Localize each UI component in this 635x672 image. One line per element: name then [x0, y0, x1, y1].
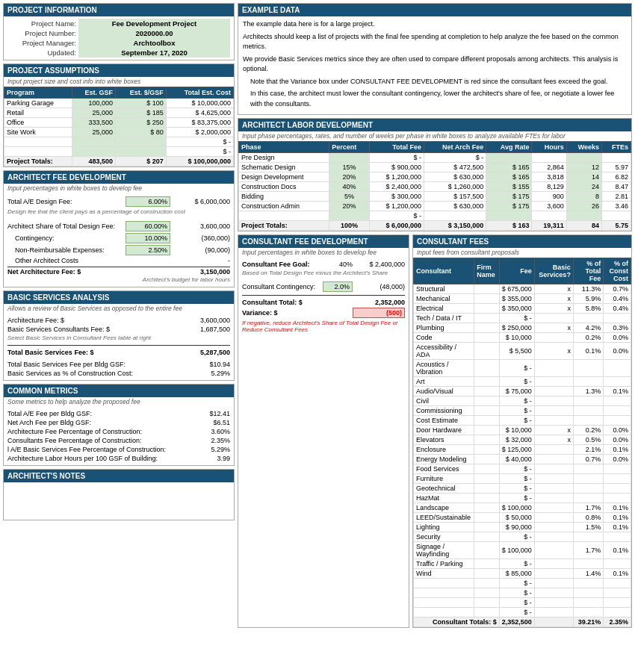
non-reimb-percent-input[interactable]: 2.50% — [126, 245, 170, 255]
architect-labor-subheader: Input phase percentages, rates, and numb… — [238, 131, 631, 141]
consultant-fee-row: Wind$ 85,0001.4%0.1% — [414, 569, 631, 579]
example-paragraph: We provide Basic Services metrics since … — [243, 55, 627, 75]
consultant-fee-row: HazMat$ - — [414, 494, 631, 503]
consultant-fee-dev-section: CONSULTANT FEE DEVELOPMENT Input percent… — [238, 234, 409, 628]
consultant-fee-row: Structural$ 675,000x11.3%0.7% — [414, 284, 631, 294]
example-paragraph: In this case, the architect must lower t… — [243, 89, 627, 109]
consultant-fee-row: Elevators$ 32,000x0.5%0.0% — [414, 435, 631, 445]
assumptions-row: Retail25,000$ 185$ 4,625,000 — [4, 108, 234, 118]
non-reimb-value: (90,000) — [170, 246, 230, 254]
labor-row: $ - — [239, 211, 631, 221]
net-fee-note: Architect's budget for labor hours — [7, 276, 230, 284]
consultant-fee-row: Geotechnical$ - — [414, 484, 631, 494]
architect-labor-body: PhasePercentTotal FeeNet Arch FeeAvg Rat… — [238, 141, 631, 231]
consultant-fee-row: Food Services$ - — [414, 464, 631, 474]
consultant-fee-row: Civil$ - — [414, 396, 631, 406]
labor-table: PhasePercentTotal FeeNet Arch FeeAvg Rat… — [238, 141, 631, 231]
basic-total-value: 5,287,500 — [170, 349, 230, 356]
example-data-header: EXAMPLE DATA — [238, 4, 631, 16]
consultant-fee-row: Furniture$ - — [414, 474, 631, 484]
labor-row: Design Development20%$ 1,200,000$ 630,00… — [239, 172, 631, 182]
example-data-body: The example data here is for a large pro… — [238, 16, 631, 114]
project-information-section: PROJECT INFORMATION Project Name:Fee Dev… — [3, 3, 235, 60]
consultant-fee-row: Accessibility / ADA$ 5,500x0.1%0.0% — [414, 343, 631, 360]
assumptions-row: Parking Garage100,000$ 100$ 10,000,000 — [4, 99, 234, 108]
consultant-fees-subheader: Input fees from consultant proposals — [413, 248, 631, 258]
consultant-fees-header: CONSULTANT FEES — [413, 235, 631, 248]
architects-notes-header: ARCHITECT'S NOTES — [4, 470, 234, 482]
metrics-row: Architecture Fee Percentage of Construct… — [7, 427, 230, 436]
architects-notes-section: ARCHITECT'S NOTES — [3, 469, 235, 520]
consultant-fee-dev-subheader: Input percentages in white boxes to deve… — [238, 248, 409, 258]
consultant-fee-row: Tech / Data / IT$ - — [414, 314, 631, 323]
pct-const-label: Basic Services as % of Construction Cost… — [7, 370, 170, 377]
contingency-percent-input[interactable]: 10.00% — [126, 233, 170, 243]
common-metrics-body: Total A/E Fee per Bldg GSF:$12.41Net Arc… — [4, 407, 234, 465]
total-fee-label: Total A/E Design Fee: — [7, 198, 126, 205]
consultant-fee-row: Code$ 10,0000.2%0.0% — [414, 333, 631, 343]
consultant-fee-row: Art$ - — [414, 377, 631, 387]
consultant-fee-dev-header: CONSULTANT FEE DEVELOPMENT — [238, 235, 409, 248]
other-value: - — [170, 257, 230, 264]
labor-row: Construction Admin20%$ 1,200,000$ 630,00… — [239, 202, 631, 211]
consult-fee-value: 1,687,500 — [170, 326, 230, 333]
basic-services-header: BASIC SERVICES ANALYSIS — [4, 291, 234, 304]
assumptions-row: Office333,500$ 250$ 83,375,000 — [4, 118, 234, 128]
consultant-fee-row: Security$ - — [414, 532, 631, 542]
project-info-row: Project Number:2020000.00 — [7, 28, 230, 38]
metrics-row: Net Arch Fee per Bldg GSF:$6.51 — [7, 418, 230, 427]
project-assumptions-subheader: Input project size and cost info into wh… — [4, 77, 234, 87]
cfd-variance-value: (500) — [353, 308, 405, 318]
contingency-value: (360,000) — [170, 234, 230, 242]
architect-fee-body: Total A/E Design Fee: 6.00% $ 6,000,000 … — [4, 193, 234, 287]
architect-fee-header: ARCHITECT FEE DEVELOPMENT — [4, 171, 234, 184]
cfd-goal-value: $ 2,400,000 — [353, 261, 405, 268]
consultant-fee-row: Traffic / Parking$ - — [414, 559, 631, 569]
basic-services-subheader: Allows a review of Basic Services as opp… — [4, 304, 234, 314]
cfd-variance-note: If negative, reduce Architect's Share of… — [242, 319, 405, 335]
architect-fee-section: ARCHITECT FEE DEVELOPMENT Input percenta… — [3, 170, 235, 287]
consultant-fee-row: $ - — [414, 579, 631, 588]
pct-const-value: 5.29% — [170, 370, 230, 377]
cfd-contingency-value: (48,000) — [353, 283, 405, 290]
consultant-fees-section: CONSULTANT FEES Input fees from consulta… — [412, 234, 632, 628]
total-fee-value: $ 6,000,000 — [170, 198, 230, 205]
cfd-total-value: 2,352,000 — [353, 299, 405, 306]
architects-notes-body[interactable] — [4, 482, 234, 520]
arch-fee-label: Architecture Fee: $ — [7, 317, 170, 324]
consultant-fee-row: Audio/Visual$ 75,0001.3%0.1% — [414, 387, 631, 396]
total-fee-note: Design fee that the client pays as a per… — [7, 208, 230, 217]
metrics-row: l A/E Basic Services Fee Percentage of C… — [7, 445, 230, 454]
non-reimb-label: Non-Reimbursable Expenses: — [7, 246, 126, 254]
assumptions-row: $ - — [4, 137, 234, 147]
consultant-fee-row: Plumbing$ 250,000x4.2%0.3% — [414, 323, 631, 333]
labor-row: Pre Design$ -$ - — [239, 153, 631, 163]
architect-labor-header: ARCHITECT LABOR DEVELOPMENT — [238, 119, 631, 131]
project-info-row: Project Name:Fee Development Project — [7, 19, 230, 28]
basic-services-body: Architecture Fee: $ 3,600,000 Basic Serv… — [4, 314, 234, 380]
architect-fee-subheader: Input percentages in white boxes to deve… — [4, 184, 234, 193]
common-metrics-section: COMMON METRICS Some metrics to help anal… — [3, 384, 235, 466]
cfd-goal-label: Consultant Fee Goal: — [242, 261, 330, 268]
labor-row: Schematic Design15%$ 900,000$ 472,500$ 1… — [239, 163, 631, 172]
consultant-fee-row: Lighting$ 90,0001.5%0.1% — [414, 523, 631, 532]
consultant-fee-dev-body: Consultant Fee Goal: 40% $ 2,400,000 Bas… — [238, 258, 409, 337]
project-info-row: Updated:September 17, 2020 — [7, 48, 230, 57]
labor-totals: Project Totals:100%$ 6,000,000$ 3,150,00… — [239, 221, 631, 231]
total-fee-percent-input[interactable]: 6.00% — [126, 196, 170, 207]
cfd-variance-label: Variance: $ — [242, 309, 353, 317]
consultant-fees-body: ConsultantFirm NameFeeBasic Services?% o… — [413, 258, 631, 627]
consultant-fee-row: Electrical$ 350,000x5.8%0.4% — [414, 304, 631, 314]
consultant-fee-row: Door Hardware$ 10,000x0.2%0.0% — [414, 426, 631, 435]
cfd-goal-percent: 40% — [330, 261, 353, 268]
metrics-row: Total A/E Fee per Bldg GSF:$12.41 — [7, 409, 230, 418]
cfd-contingency-label: Consultant Contingency: — [242, 283, 323, 290]
consultant-fees-table: ConsultantFirm NameFeeBasic Services?% o… — [413, 258, 631, 627]
cfd-total-label: Consultant Total: $ — [242, 299, 353, 306]
consultant-fee-row: Acoustics / Vibration$ - — [414, 360, 631, 377]
consultant-fee-row: Commissioning$ - — [414, 406, 631, 416]
consultant-fee-row: Landscape$ 100,0001.7%0.1% — [414, 503, 631, 513]
example-paragraph: Architects should keep a list of project… — [243, 32, 627, 52]
arch-share-percent-input[interactable]: 60.00% — [126, 221, 170, 231]
cfd-contingency-input[interactable]: 2.0% — [323, 281, 353, 292]
